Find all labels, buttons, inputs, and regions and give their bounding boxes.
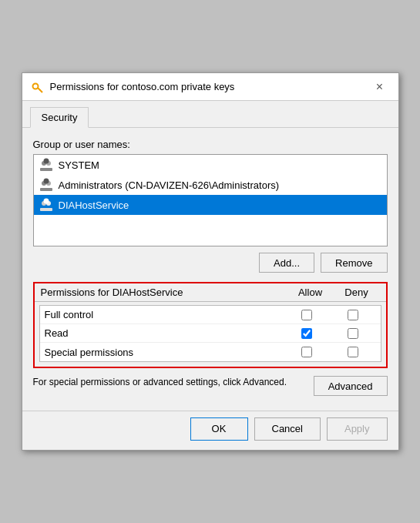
permissions-header: Permissions for DIAHostService Allow Den… <box>35 283 386 302</box>
permissions-title: Permissions for DIAHostService <box>41 287 287 298</box>
remove-button[interactable]: Remove <box>321 253 387 273</box>
close-button[interactable]: × <box>369 76 391 98</box>
perm-allow-full-control[interactable] <box>284 310 330 320</box>
perm-name-read: Read <box>45 327 284 339</box>
permissions-section: Permissions for DIAHostService Allow Den… <box>33 282 388 368</box>
perm-row-special: Special permissions <box>40 343 381 361</box>
cancel-button[interactable]: Cancel <box>254 417 321 441</box>
perm-row-read: Read <box>40 324 381 343</box>
bottom-buttons: OK Cancel Apply <box>22 411 398 450</box>
user-name-diahostservice: DIAHostService <box>59 199 129 211</box>
main-content: Group or user names: SYSTEM <box>22 128 398 411</box>
perm-deny-full-control[interactable] <box>330 310 376 320</box>
allow-column-header: Allow <box>287 287 334 298</box>
advanced-section: For special permissions or advanced sett… <box>33 376 388 397</box>
ok-button[interactable]: OK <box>190 417 248 441</box>
checkbox-deny-full-control[interactable] <box>348 310 358 320</box>
dialog-title: Permissions for contoso.com private keys <box>50 81 369 92</box>
perm-row-full-control: Full control <box>40 306 381 324</box>
group-label: Group or user names: <box>33 139 388 150</box>
perm-name-full-control: Full control <box>45 309 284 320</box>
user-list[interactable]: SYSTEM Administrators (CN-DAVIZEN-626\Ad… <box>33 154 388 246</box>
checkbox-allow-read[interactable] <box>301 328 312 339</box>
perm-deny-special[interactable] <box>330 347 376 357</box>
user-item-diahostservice[interactable]: DIAHostService <box>34 195 387 215</box>
user-icon-administrators <box>39 177 54 193</box>
checkbox-deny-read[interactable] <box>348 328 358 339</box>
svg-point-15 <box>43 199 49 204</box>
deny-column-header: Deny <box>334 287 380 298</box>
perm-name-special: Special permissions <box>45 347 284 358</box>
svg-point-0 <box>32 83 38 89</box>
perm-allow-special[interactable] <box>284 347 330 357</box>
advanced-button[interactable]: Advanced <box>314 376 388 396</box>
permissions-dialog: Permissions for contoso.com private keys… <box>22 72 399 451</box>
checkbox-allow-full-control[interactable] <box>301 310 312 320</box>
svg-rect-4 <box>40 168 52 171</box>
svg-rect-8 <box>40 188 52 191</box>
dialog-icon <box>30 80 44 94</box>
permissions-list: Full control Read <box>39 305 381 362</box>
user-item-system[interactable]: SYSTEM <box>34 155 387 175</box>
checkbox-deny-special[interactable] <box>348 347 358 357</box>
user-name-system: SYSTEM <box>59 159 99 171</box>
user-icon-diahostservice <box>39 197 54 213</box>
user-name-administrators: Administrators (CN-DAVIZEN-626\Administr… <box>59 179 280 191</box>
tab-security[interactable]: Security <box>30 107 89 128</box>
user-item-administrators[interactable]: Administrators (CN-DAVIZEN-626\Administr… <box>34 175 387 195</box>
svg-point-7 <box>43 159 49 164</box>
title-bar: Permissions for contoso.com private keys… <box>22 73 398 101</box>
special-note: For special permissions or advanced sett… <box>33 376 304 389</box>
checkbox-allow-special[interactable] <box>301 347 312 357</box>
user-action-buttons: Add... Remove <box>33 253 388 273</box>
apply-button[interactable]: Apply <box>327 417 388 441</box>
add-button[interactable]: Add... <box>259 253 314 273</box>
perm-deny-read[interactable] <box>330 328 376 339</box>
svg-rect-3 <box>41 91 42 92</box>
tab-bar: Security <box>22 101 398 128</box>
svg-point-11 <box>43 179 49 184</box>
user-icon-system <box>39 157 54 173</box>
svg-rect-2 <box>39 89 41 91</box>
svg-rect-12 <box>40 208 52 211</box>
perm-allow-read[interactable] <box>284 328 330 339</box>
